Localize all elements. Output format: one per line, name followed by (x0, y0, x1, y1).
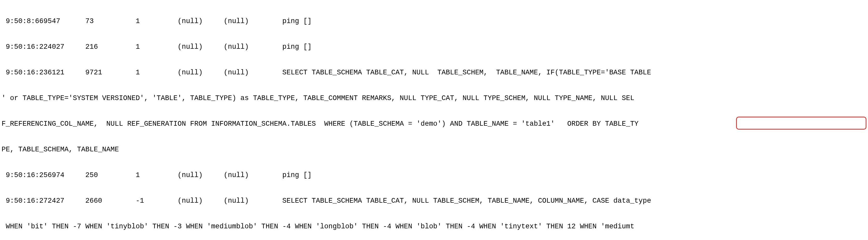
log-line: WHEN 'bit' THEN -7 WHEN 'tinyblob' THEN … (2, 222, 866, 231)
log-line: ' or TABLE_TYPE='SYSTEM VERSIONED', 'TAB… (2, 94, 866, 103)
log-line: 9:50:16:236121 9721 1 (null) (null) SELE… (2, 69, 866, 77)
log-line: 9:50:8:669547 73 1 (null) (null) ping [] (2, 17, 866, 26)
log-line: 9:50:16:256974 250 1 (null) (null) ping … (2, 171, 866, 180)
terminal-output: 9:50:8:669547 73 1 (null) (null) ping []… (0, 0, 868, 240)
log-line: 9:50:16:224027 216 1 (null) (null) ping … (2, 43, 866, 51)
log-line: 9:50:16:272427 2660 -1 (null) (null) SEL… (2, 197, 866, 205)
log-line: F_REFERENCING_COL_NAME, NULL REF_GENERAT… (2, 120, 866, 128)
log-line: PE, TABLE_SCHEMA, TABLE_NAME (2, 145, 866, 154)
